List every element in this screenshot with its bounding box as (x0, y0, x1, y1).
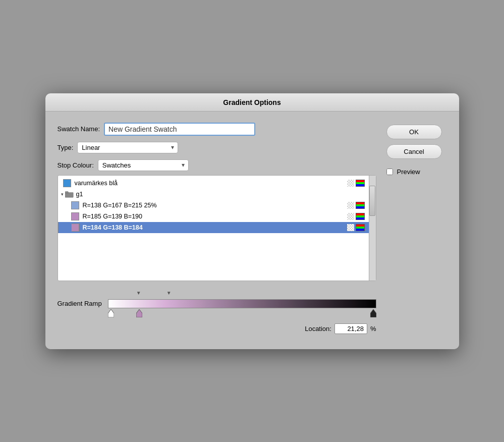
dialog-title: Gradient Options (45, 93, 459, 112)
item-icons (347, 202, 365, 209)
list-item-selected[interactable]: R=184 G=138 B=184 (58, 222, 369, 233)
svg-marker-4 (370, 309, 376, 317)
gradient-stop-middle[interactable] (136, 309, 142, 319)
color-bars-icon (356, 180, 365, 187)
item-icons (347, 224, 365, 231)
swatch-list-container: varumärkes blå (58, 175, 376, 281)
list-item[interactable]: R=185 G=139 B=190 (58, 211, 369, 222)
item-label: R=185 G=139 B=190 (83, 213, 345, 220)
stop-colour-label: Stop Colour: (58, 161, 94, 169)
swatch-list: varumärkes blå (58, 176, 369, 281)
cancel-button[interactable]: Cancel (386, 144, 442, 159)
gradient-section: Gradient Ramp ▼ ▼ (58, 290, 376, 334)
color-bar-blue (356, 206, 364, 208)
color-bar-blue (356, 229, 364, 231)
dialog-body: Swatch Name: Type: Linear Radial Stop (45, 112, 459, 349)
preview-row: Preview (386, 168, 447, 176)
main-content: Swatch Name: Type: Linear Radial Stop (58, 123, 447, 334)
swatch-scrollbar[interactable] (369, 176, 376, 281)
stop-colour-select-wrapper: Swatches Lab CMYK RGB (94, 159, 189, 171)
location-row: Location: % (58, 323, 376, 334)
stop-colour-select[interactable]: Swatches Lab CMYK RGB (98, 159, 189, 171)
item-label: R=184 G=138 B=184 (83, 224, 345, 231)
gradient-stop-left[interactable] (108, 309, 114, 319)
preview-label: Preview (397, 168, 420, 176)
item-icons (347, 213, 365, 220)
gradient-ramp[interactable] (108, 299, 376, 308)
type-select-wrapper: Linear Radial (73, 142, 178, 153)
color-bars-icon (356, 202, 365, 209)
ok-button[interactable]: OK (386, 125, 442, 139)
gradient-stop-right[interactable] (370, 309, 376, 319)
type-label: Type: (58, 144, 74, 151)
folder-toggle-icon: ▾ (61, 192, 64, 197)
color-swatch (63, 179, 71, 187)
color-swatch (71, 224, 79, 232)
left-panel: Swatch Name: Type: Linear Radial Stop (58, 123, 376, 334)
color-bars-icon (356, 224, 365, 231)
checker-icon (347, 202, 354, 209)
color-swatch (71, 201, 79, 209)
color-bar-blue (356, 217, 364, 219)
location-label: Location: (305, 325, 331, 333)
stop-arrow-2: ▼ (166, 290, 172, 296)
location-input[interactable] (334, 323, 367, 334)
type-select[interactable]: Linear Radial (77, 142, 178, 153)
right-panel: OK Cancel Preview (386, 123, 447, 176)
item-label: varumärkes blå (75, 180, 345, 187)
gradient-options-dialog: Gradient Options Swatch Name: Type: Line… (45, 93, 459, 349)
type-row: Type: Linear Radial (58, 142, 376, 153)
folder-label: g1 (76, 191, 365, 198)
preview-checkbox[interactable] (386, 169, 393, 175)
location-percent: % (370, 325, 376, 333)
gradient-ramp-label: Gradient Ramp (58, 300, 102, 307)
checker-icon (347, 213, 354, 220)
folder-icon (65, 190, 74, 198)
list-item[interactable]: varumärkes blå (58, 178, 369, 189)
color-bar-blue (356, 184, 364, 186)
list-item[interactable]: R=138 G=167 B=215 25% (58, 200, 369, 211)
gradient-ramp-row: Gradient Ramp ▼ ▼ (58, 290, 376, 317)
stop-colour-row: Stop Colour: Swatches Lab CMYK RGB (58, 159, 376, 171)
svg-marker-2 (108, 309, 114, 317)
folder-row[interactable]: ▾ g1 (58, 189, 369, 200)
scroll-thumb[interactable] (369, 186, 375, 216)
color-bars-icon (356, 213, 365, 220)
color-swatch (71, 212, 79, 220)
checker-icon (347, 180, 354, 187)
svg-rect-1 (65, 191, 68, 193)
stop-arrow-1: ▼ (136, 290, 141, 296)
item-label: R=138 G=167 B=215 25% (83, 202, 345, 209)
swatch-name-row: Swatch Name: (58, 123, 376, 136)
gradient-ramp-wrapper: ▼ ▼ (108, 290, 376, 317)
svg-marker-3 (136, 309, 142, 317)
swatch-name-label: Swatch Name: (58, 125, 100, 133)
swatch-name-input[interactable] (104, 123, 255, 136)
item-icons (347, 180, 365, 187)
checker-icon (347, 224, 354, 231)
